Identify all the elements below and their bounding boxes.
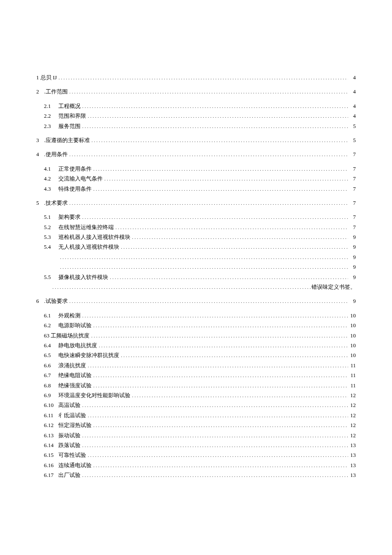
toc-label: 1 总贝 IJ — [36, 73, 57, 82]
toc-leader-dots — [92, 370, 348, 380]
toc-label: 交流输入电气条件 — [58, 174, 103, 183]
toc-page: 7 — [348, 212, 356, 222]
toc-leader-dots — [86, 450, 348, 460]
toc-label: 振动试验 — [58, 430, 81, 440]
toc-number: 6.8 — [44, 381, 58, 390]
toc-page: 9 — [348, 242, 356, 252]
toc-number: 6.1 — [44, 311, 58, 320]
toc-entry: 6.1外观检测10 — [36, 311, 356, 320]
toc-number: 6.4 — [44, 340, 58, 350]
toc-page: 7 — [348, 149, 356, 159]
toc-page: 13 — [348, 440, 356, 450]
toc-label: .试验要求 — [44, 296, 68, 306]
toc-page: 4 — [348, 73, 356, 82]
toc-entry: 4.3特殊使用条件7 — [36, 184, 356, 194]
toc-entry: 6.8绝缘强度试验11 — [36, 381, 356, 390]
toc-label: 高温试验 — [58, 400, 81, 410]
toc-leader-dots — [108, 272, 348, 282]
toc-entry: 2.1工程概况4 — [36, 101, 356, 111]
toc-leader-dots — [68, 198, 348, 208]
toc-number: 5.2 — [44, 222, 58, 232]
toc-entry: 3.应遵循的主要标准5 — [36, 135, 356, 145]
toc-leader-dots — [86, 360, 348, 370]
toc-entry: 2.工作范围4 — [36, 87, 356, 96]
toc-entry: 1 总贝 IJ 4 — [36, 73, 356, 82]
toc-page: 7 — [348, 222, 356, 232]
toc-page: 9 — [348, 272, 356, 282]
toc-number: 6.7 — [44, 370, 58, 380]
toc-label: 恒定湿热试验 — [58, 420, 92, 430]
toc-number: 6.15 — [44, 450, 58, 460]
toc-page: 7 — [348, 198, 356, 208]
toc-label: 摄像机接入软件模块 — [58, 272, 108, 282]
toc-label: .技术要求 — [44, 198, 68, 208]
toc-number: 6.5 — [44, 350, 58, 360]
toc-page: 13 — [348, 450, 356, 460]
toc-entry: 错误味定义书签。 — [36, 282, 356, 292]
toc-label: 范围和界限 — [58, 111, 86, 121]
toc-entry: 6.试验要求9 — [36, 296, 356, 306]
toc-leader-dots — [119, 350, 348, 360]
toc-page: 12 — [348, 420, 356, 430]
toc-label: 巡检机器人接入巡视软件模块 — [58, 232, 130, 242]
toc-leader-dots — [92, 420, 348, 430]
toc-number: 6.2 — [44, 320, 58, 330]
toc-entry: 6.17出厂试验13 — [36, 470, 356, 480]
toc-leader-dots — [92, 164, 348, 174]
toc-label: .应遵循的主要标准 — [44, 135, 90, 145]
toc-page: 错误味定义书签。 — [311, 282, 356, 292]
toc-entry: 2.2范围和界限4 — [36, 111, 356, 121]
toc-leader-dots — [81, 470, 348, 480]
toc-page: 11 — [348, 370, 356, 380]
toc-leader-dots — [68, 87, 348, 96]
toc-number: 4.2 — [44, 174, 58, 183]
toc-entry: 63 工频磁场抗扰度10 — [36, 331, 356, 340]
toc-page: 9 — [348, 252, 356, 262]
toc-page: 12 — [348, 410, 356, 420]
toc-number: 6.9 — [44, 390, 58, 400]
toc-label: 工程概况 — [58, 101, 81, 111]
toc-page: 10 — [348, 320, 356, 330]
toc-label: 环境温度变化对性能影响试验 — [58, 390, 130, 400]
toc-number: 6 — [36, 296, 39, 306]
toc-number: 6.11 — [44, 410, 58, 420]
toc-page: 13 — [348, 460, 356, 470]
toc-entry: 6.7绝缘电阻试验11 — [36, 370, 356, 380]
toc-page: 12 — [348, 390, 356, 400]
toc-page: 4 — [348, 101, 356, 111]
toc-leader-dots — [81, 311, 348, 320]
toc-entry: 4.使用条件7 — [36, 149, 356, 159]
toc-leader-dots — [90, 135, 348, 145]
toc-leader-dots — [81, 101, 348, 111]
toc-number: 6.16 — [44, 460, 58, 470]
toc-entry: 2.3服务范围5 — [36, 121, 356, 131]
toc-leader-dots — [92, 320, 348, 330]
toc-page: 4 — [348, 87, 356, 96]
toc-entry: 6.13振动试验12 — [36, 430, 356, 440]
toc-number: 5.3 — [44, 232, 58, 242]
toc-leader-dots — [92, 460, 348, 470]
toc-number: 4.3 — [44, 184, 58, 194]
toc-page: 12 — [348, 400, 356, 410]
toc-entry: 9 — [36, 252, 356, 262]
toc-leader-dots — [97, 340, 348, 350]
toc-label: 绝缘电阻试验 — [58, 370, 92, 380]
toc-label: 绝缘强度试验 — [58, 381, 92, 390]
toc-leader-dots — [92, 381, 348, 390]
toc-label: 连续通电试验 — [58, 460, 92, 470]
toc-label: 无人机接入巡视软件模块 — [58, 242, 119, 252]
toc-leader-dots — [130, 232, 348, 242]
toc-number: 2.3 — [44, 121, 58, 131]
toc-label: 特殊使用条件 — [58, 184, 92, 194]
toc-page: 12 — [348, 430, 356, 440]
toc-number: 6.10 — [44, 400, 58, 410]
toc-number: 2 — [36, 87, 39, 96]
toc-entry: 6.10高温试验12 — [36, 400, 356, 410]
toc-page: 10 — [348, 340, 356, 350]
toc-page: 11 — [348, 360, 356, 370]
toc-leader-dots — [86, 410, 348, 420]
toc-entry: 6.11彳氐温试验12 — [36, 410, 356, 420]
toc-number: 6.13 — [44, 430, 58, 440]
toc-entry: 5.3巡检机器人接入巡视软件模块9 — [36, 232, 356, 242]
toc-entry: 6.2电源影响试验10 — [36, 320, 356, 330]
